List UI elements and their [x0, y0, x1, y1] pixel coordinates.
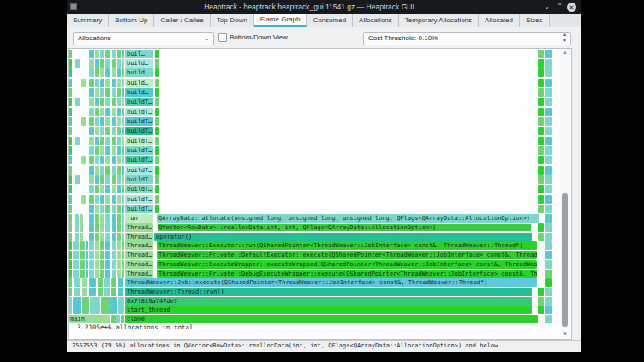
flame-frame[interactable]	[69, 297, 72, 306]
tab-summary[interactable]: Summary	[67, 14, 109, 27]
flame-frame[interactable]	[73, 251, 79, 259]
flame-frame[interactable]	[118, 278, 123, 287]
flame-frame[interactable]: clone	[125, 315, 538, 323]
flame-frame[interactable]	[105, 233, 110, 241]
flame-frame[interactable]	[95, 195, 99, 204]
flame-frame[interactable]	[69, 251, 72, 259]
flame-frame[interactable]	[112, 108, 116, 116]
flame-frame[interactable]	[95, 59, 99, 68]
flame-frame[interactable]	[111, 278, 116, 287]
flame-frame[interactable]	[95, 68, 99, 77]
flame-frame[interactable]	[538, 127, 544, 135]
flame-frame[interactable]	[116, 315, 120, 323]
flame-frame[interactable]	[105, 185, 110, 193]
flame-frame[interactable]	[105, 195, 110, 204]
flame-frame[interactable]: Thread…	[125, 251, 153, 259]
flame-frame[interactable]	[117, 233, 121, 241]
flame-frame[interactable]	[112, 137, 116, 145]
flame-frame[interactable]	[95, 233, 99, 241]
flame-frame[interactable]	[105, 241, 110, 250]
flame-frame[interactable]	[89, 175, 94, 184]
tab-allocations[interactable]: Allocations	[353, 14, 399, 27]
flame-frame[interactable]	[73, 260, 79, 269]
flame-frame[interactable]	[122, 166, 124, 175]
flame-frame[interactable]	[545, 59, 552, 68]
flame-frame[interactable]	[538, 88, 544, 97]
flame-frame[interactable]	[112, 205, 116, 213]
flame-frame[interactable]	[545, 166, 552, 175]
flame-frame[interactable]	[105, 79, 110, 87]
flame-frame[interactable]	[101, 297, 110, 306]
tab-temporary-allocations[interactable]: Temporary Allocations	[399, 14, 479, 27]
flame-frame[interactable]	[80, 233, 83, 241]
flame-frame[interactable]	[155, 88, 159, 97]
flame-frame[interactable]	[112, 59, 116, 68]
flame-frame[interactable]	[73, 270, 79, 278]
flame-frame[interactable]	[112, 251, 116, 259]
flame-frame[interactable]	[100, 166, 104, 175]
flame-frame[interactable]	[545, 223, 552, 232]
flame-frame[interactable]: operator()	[154, 233, 532, 241]
flame-frame[interactable]	[95, 166, 99, 175]
flame-frame[interactable]	[89, 233, 94, 241]
flame-frame[interactable]: buildT…	[125, 195, 153, 204]
flame-frame[interactable]	[545, 156, 552, 164]
flame-frame[interactable]	[69, 278, 72, 287]
flame-frame[interactable]	[545, 127, 552, 135]
flame-frame[interactable]	[545, 306, 552, 314]
flame-frame[interactable]	[112, 270, 116, 278]
flame-frame[interactable]	[155, 175, 159, 184]
flame-frame[interactable]	[75, 233, 79, 241]
flame-frame[interactable]	[122, 50, 124, 58]
flame-frame[interactable]	[104, 278, 110, 287]
flame-frame[interactable]	[155, 68, 159, 77]
flame-frame[interactable]	[82, 306, 89, 314]
flame-frame[interactable]	[69, 50, 72, 58]
flame-frame[interactable]: build…	[125, 79, 153, 87]
flame-frame[interactable]	[75, 98, 80, 106]
flame-canvas[interactable]: buil…build…build…build…build…buildT…buil…	[69, 49, 559, 337]
flame-frame[interactable]	[69, 59, 72, 68]
flame-frame[interactable]	[69, 195, 72, 204]
flame-frame[interactable]	[95, 251, 99, 259]
flame-frame[interactable]	[155, 127, 159, 135]
flame-frame[interactable]: ThreadWeaver::Executor::run(QSharedPoint…	[157, 241, 537, 250]
flame-frame[interactable]	[105, 166, 110, 175]
flame-frame[interactable]	[155, 108, 159, 116]
flame-frame[interactable]	[90, 306, 100, 314]
flame-frame[interactable]	[82, 297, 89, 306]
flame-frame[interactable]	[538, 59, 544, 68]
flame-frame[interactable]	[121, 315, 124, 323]
flame-frame[interactable]	[95, 175, 99, 184]
flame-frame[interactable]	[100, 98, 104, 106]
flame-frame[interactable]	[155, 156, 159, 164]
flame-frame[interactable]	[69, 223, 72, 232]
flame-frame[interactable]	[122, 88, 124, 97]
flame-frame[interactable]	[105, 146, 110, 155]
flame-frame[interactable]	[545, 195, 552, 204]
flame-frame[interactable]	[95, 79, 99, 87]
flame-frame[interactable]	[117, 127, 121, 135]
flame-frame[interactable]	[95, 88, 99, 97]
flame-frame[interactable]	[95, 205, 99, 213]
flame-frame[interactable]	[538, 50, 544, 58]
flame-frame[interactable]	[89, 98, 94, 106]
flame-frame[interactable]	[100, 185, 104, 193]
flame-frame[interactable]	[69, 68, 72, 77]
flame-frame[interactable]	[155, 98, 159, 106]
flame-frame[interactable]	[86, 241, 88, 250]
flame-frame[interactable]	[112, 223, 116, 232]
flame-frame[interactable]	[117, 98, 121, 106]
flame-frame[interactable]	[112, 127, 116, 135]
flame-frame[interactable]	[105, 270, 110, 278]
flame-frame[interactable]	[89, 68, 94, 77]
flame-frame[interactable]	[110, 297, 117, 306]
flame-frame[interactable]	[105, 117, 110, 126]
flame-frame[interactable]	[538, 185, 544, 193]
flame-frame[interactable]	[69, 233, 72, 241]
flame-frame[interactable]	[100, 59, 104, 68]
flame-frame[interactable]: Thread…	[125, 241, 153, 250]
flame-frame[interactable]	[105, 88, 110, 97]
flame-frame[interactable]	[100, 127, 104, 135]
flame-frame[interactable]	[69, 241, 72, 250]
